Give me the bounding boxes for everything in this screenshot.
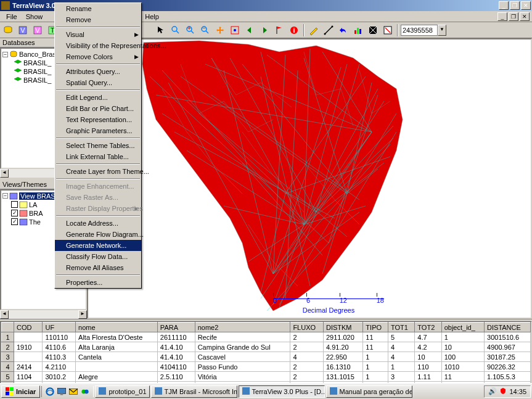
table-cell[interactable]: 2: [2, 342, 14, 352]
menu-item[interactable]: Remove All Aliases: [55, 262, 141, 273]
table-cell[interactable]: Cascavel: [195, 352, 290, 362]
menu-show[interactable]: Show: [22, 12, 47, 21]
map-canvas[interactable]: 0 6 12 18 Decimal Degrees: [87, 38, 532, 319]
table-cell[interactable]: 2: [290, 342, 324, 352]
previous-icon[interactable]: [243, 23, 256, 37]
table-row[interactable]: 511043010.2Alegre2.5.110Vitória2131.1015…: [2, 372, 531, 382]
table-cell[interactable]: 11: [363, 332, 388, 342]
mdi-restore-button[interactable]: ❐: [509, 12, 518, 21]
table-cell[interactable]: 4.2: [415, 342, 441, 352]
taskbar-item[interactable]: TJM Brasil - Microsoft Inte...: [151, 385, 237, 398]
table-cell[interactable]: 4.7: [415, 332, 441, 342]
zoom-extent-icon[interactable]: [228, 23, 242, 37]
table-cell[interactable]: Cantela: [76, 352, 158, 362]
refresh-icon[interactable]: [381, 23, 395, 37]
menu-item[interactable]: Link External Table...: [55, 151, 141, 162]
table-cell[interactable]: 41.4.10: [157, 342, 195, 352]
menu-help[interactable]: Help: [141, 12, 163, 21]
table-cell[interactable]: 11: [441, 372, 484, 382]
table-cell[interactable]: [14, 332, 43, 342]
table-cell[interactable]: 4: [290, 352, 324, 362]
maximize-button[interactable]: ❐: [510, 1, 520, 10]
column-header[interactable]: nome2: [195, 323, 290, 332]
table-cell[interactable]: 110: [415, 362, 441, 372]
table-cell[interactable]: 1910: [14, 342, 43, 352]
zoom-out-icon[interactable]: −: [198, 23, 212, 37]
menu-item[interactable]: Classify Flow Data...: [55, 251, 141, 262]
ie-icon[interactable]: [44, 386, 55, 397]
table-cell[interactable]: 41.4.10: [157, 352, 195, 362]
table-cell[interactable]: 1: [363, 372, 388, 382]
table-row[interactable]: 34110.3Cantela41.4.10Cascavel422.9501410…: [2, 352, 531, 362]
scale-input[interactable]: [401, 25, 438, 36]
msn-icon[interactable]: [80, 386, 91, 397]
table-cell[interactable]: 11: [363, 342, 388, 352]
tray-shield-icon[interactable]: [499, 387, 507, 396]
table-cell[interactable]: 1010: [441, 362, 484, 372]
table-cell[interactable]: 100: [441, 352, 484, 362]
table-cell[interactable]: 4900.967: [485, 342, 531, 352]
menu-item[interactable]: Edit Bar or Pie Chart...: [55, 103, 141, 114]
table-cell[interactable]: Recife: [195, 332, 290, 342]
table-cell[interactable]: 22.950: [323, 352, 362, 362]
measure-icon[interactable]: [322, 23, 335, 37]
table-cell[interactable]: Campina Grande do Sul: [195, 342, 290, 352]
view-icon[interactable]: V: [16, 23, 30, 37]
next-icon[interactable]: [258, 23, 271, 37]
undo-icon[interactable]: [337, 23, 350, 37]
draw-icon[interactable]: [307, 23, 321, 37]
table-cell[interactable]: 4: [388, 352, 415, 362]
menu-item[interactable]: Spatial Query...: [55, 77, 141, 88]
table-cell[interactable]: 1: [388, 362, 415, 372]
table-cell[interactable]: 5: [388, 332, 415, 342]
table-cell[interactable]: 4104110: [157, 362, 195, 372]
column-header[interactable]: TIPO: [363, 323, 388, 332]
clock[interactable]: 14:35: [509, 388, 526, 395]
menu-item[interactable]: Attributes Query...: [55, 66, 141, 77]
column-header[interactable]: object_id_: [441, 323, 484, 332]
column-header[interactable]: DISTKM: [323, 323, 362, 332]
table-cell[interactable]: 2: [290, 362, 324, 372]
table-cell[interactable]: 2.5.110: [157, 372, 195, 382]
scrollbar-horizontal[interactable]: ◄►: [0, 310, 87, 319]
table-cell[interactable]: 131.1015: [323, 372, 362, 382]
table-cell[interactable]: 10: [415, 352, 441, 362]
table-cell[interactable]: 3: [388, 372, 415, 382]
table-cell[interactable]: 2: [290, 332, 324, 342]
menu-file[interactable]: File: [2, 12, 21, 21]
pan-icon[interactable]: [213, 23, 227, 37]
tray-icon[interactable]: 🔊: [488, 387, 497, 395]
menu-item[interactable]: Locate Address...: [55, 218, 141, 229]
table-cell[interactable]: 3001510.6: [485, 332, 531, 342]
menu-item[interactable]: Graphic Parameters...: [55, 125, 141, 136]
outlook-icon[interactable]: [68, 386, 79, 397]
scale-dropdown[interactable]: ▼: [438, 25, 446, 36]
table-cell[interactable]: 1: [441, 332, 484, 342]
table-cell[interactable]: 4: [388, 342, 415, 352]
table-cell[interactable]: 1.105.5.3: [485, 372, 531, 382]
taskbar-item[interactable]: TerraView 3.0 Plus - [D...: [239, 385, 325, 398]
table-cell[interactable]: 4.2110: [43, 362, 76, 372]
table-cell[interactable]: 110110: [43, 332, 76, 342]
table-cell[interactable]: 16.1310: [323, 362, 362, 372]
table-cell[interactable]: Passo Fundo: [195, 362, 290, 372]
table-cell[interactable]: 2611110: [157, 332, 195, 342]
view2-icon[interactable]: V: [31, 23, 44, 37]
menu-item[interactable]: Generate Network...: [55, 240, 141, 251]
chart-icon[interactable]: [351, 23, 365, 37]
table-cell[interactable]: 4: [2, 362, 14, 372]
desktop-icon[interactable]: [56, 386, 67, 397]
table-cell[interactable]: Vitória: [195, 372, 290, 382]
close-button[interactable]: ✕: [521, 1, 531, 10]
table-cell[interactable]: 1104: [14, 372, 43, 382]
menu-item[interactable]: Create Layer from Theme...: [55, 166, 141, 177]
table-cell[interactable]: 90226.32: [485, 362, 531, 372]
table-cell[interactable]: 10: [441, 342, 484, 352]
taskbar-item[interactable]: prototipo_01: [95, 385, 149, 398]
data-grid[interactable]: CODUFnomePARAnome2FLUXODISTKMTIPOTOT1TOT…: [0, 321, 532, 385]
table-cell[interactable]: 3: [2, 352, 14, 362]
column-header[interactable]: DISTANCE: [485, 323, 531, 332]
table-cell[interactable]: Alta Floresta D'Oeste: [76, 332, 158, 342]
column-header[interactable]: COD: [14, 323, 43, 332]
menu-item[interactable]: Visibility of the Representations...: [55, 40, 141, 51]
